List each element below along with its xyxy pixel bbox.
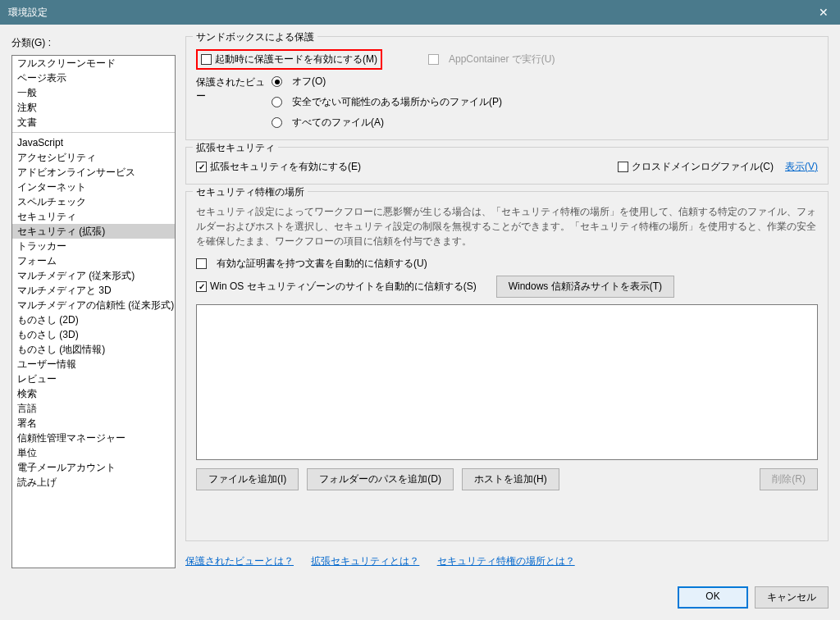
sidebar-item[interactable]: アドビオンラインサービス [12,165,175,180]
content-area: 分類(G) : フルスクリーンモードページ表示一般注釈文書JavaScriptア… [0,25,840,580]
trust-cert-checkbox[interactable] [196,258,207,269]
sidebar-item[interactable]: 単位 [12,445,175,460]
sidebar-item[interactable]: 言語 [12,401,175,416]
sidebar-item[interactable]: 検索 [12,386,175,401]
left-panel: 分類(G) : フルスクリーンモードページ表示一般注釈文書JavaScriptア… [11,36,176,568]
sidebar-item[interactable]: トラッカー [12,239,175,253]
protected-view-help-link[interactable]: 保護されたビューとは？ [185,555,294,567]
cancel-button[interactable]: キャンセル [755,586,829,609]
protected-view-unsafe-label: 安全でない可能性のある場所からのファイル(P) [292,95,502,109]
enhanced-security-label: 拡張セキュリティを有効にする(E) [210,160,361,174]
right-panel: サンドボックスによる保護 起動時に保護モードを有効にする(M) AppConta… [185,36,829,568]
sidebar-item[interactable]: セキュリティ [12,209,175,224]
enhanced-security-checkbox[interactable] [196,162,207,172]
sidebar-item[interactable]: 信頼性管理マネージャー [12,431,175,445]
sidebar-item[interactable]: マルチメディアの信頼性 (従来形式) [12,298,175,312]
crossdomain-log-checkbox[interactable] [618,162,628,172]
sidebar-item[interactable]: ページ表示 [12,71,175,85]
crossdomain-log-label: クロスドメインログファイル(C) [632,160,774,174]
sidebar-item[interactable]: セキュリティ (拡張) [12,224,175,239]
sidebar-item[interactable]: インターネット [12,180,175,194]
category-label: 分類(G) : [11,36,176,50]
protected-view-all-radio[interactable] [272,117,282,128]
sidebar-item[interactable]: 注釈 [12,100,175,115]
add-host-button[interactable]: ホストを追加(H) [462,468,559,490]
sidebar-item[interactable]: ものさし (3D) [12,327,175,342]
sidebar-item[interactable]: レビュー [12,372,175,386]
protected-view-off-label: オフ(O) [292,75,326,89]
add-folder-button[interactable]: フォルダーのパスを追加(D) [307,468,454,490]
sandbox-group-title: サンドボックスによる保護 [193,30,317,44]
separator [12,132,175,133]
trust-winos-checkbox[interactable] [196,281,207,292]
protected-mode-checkbox[interactable] [201,54,212,65]
sidebar-item[interactable]: マルチメディア (従来形式) [12,268,175,283]
sidebar-item[interactable]: 電子メールアカウント [12,460,175,475]
sidebar-item[interactable]: マルチメディアと 3D [12,283,175,298]
close-button[interactable]: ✕ [807,0,840,25]
sidebar-item[interactable]: 文書 [12,115,175,130]
sidebar-item[interactable]: 一般 [12,85,175,100]
privileged-locations-list[interactable] [196,304,818,460]
enhanced-security-help-link[interactable]: 拡張セキュリティとは？ [311,555,419,567]
protected-view-unsafe-radio[interactable] [272,97,282,107]
sidebar-item[interactable]: 読み上げ [12,475,175,490]
enhanced-group: 拡張セキュリティ 拡張セキュリティを有効にする(E) クロスドメインログファイル… [185,147,829,185]
protected-mode-label: 起動時に保護モードを有効にする(M) [215,52,377,66]
sidebar-item[interactable]: スペルチェック [12,194,175,209]
sidebar-item[interactable]: フォーム [12,253,175,268]
ok-button[interactable]: OK [678,586,748,609]
window-title: 環境設定 [8,6,48,20]
appcontainer-checkbox [428,54,439,65]
privileged-help-text: セキュリティ設定によってワークフローに悪影響が生じる場合は、「セキュリティ特権の… [196,204,818,248]
delete-button: 削除(R) [760,468,818,490]
sidebar-item[interactable]: 署名 [12,416,175,431]
protected-view-all-label: すべてのファイル(A) [292,116,384,130]
sidebar-item[interactable]: ユーザー情報 [12,357,175,372]
appcontainer-label: AppContainer で実行(U) [449,52,555,66]
trust-cert-label: 有効な証明書を持つ文書を自動的に信頼する(U) [217,257,427,271]
protected-mode-highlight: 起動時に保護モードを有効にする(M) [196,49,382,70]
titlebar: 環境設定 ✕ [0,0,840,25]
sidebar-item[interactable]: フルスクリーンモード [12,56,175,71]
enhanced-group-title: 拡張セキュリティ [193,141,278,155]
help-links-row: 保護されたビューとは？ 拡張セキュリティとは？ セキュリティ特権の場所とは？ [185,554,829,568]
show-log-link[interactable]: 表示(V) [785,160,818,174]
sidebar-item[interactable]: アクセシビリティ [12,150,175,165]
sidebar-item[interactable]: JavaScript [12,135,175,150]
sidebar-item[interactable]: ものさし (地図情報) [12,342,175,357]
sandbox-group: サンドボックスによる保護 起動時に保護モードを有効にする(M) AppConta… [185,36,829,140]
add-file-button[interactable]: ファイルを追加(I) [196,468,299,490]
protected-view-label: 保護されたビュー [196,75,272,103]
dialog-footer: OK キャンセル [0,580,840,620]
sidebar-item[interactable]: ものさし (2D) [12,312,175,327]
privileged-locations-help-link[interactable]: セキュリティ特権の場所とは？ [437,555,575,567]
privileged-group-title: セキュリティ特権の場所 [193,185,308,199]
category-list[interactable]: フルスクリーンモードページ表示一般注釈文書JavaScriptアクセシビリティア… [11,55,176,568]
trust-winos-label: Win OS セキュリティゾーンのサイトを自動的に信頼する(S) [210,280,477,294]
show-trusted-sites-button[interactable]: Windows 信頼済みサイトを表示(T) [496,276,674,298]
preferences-window: 環境設定 ✕ 分類(G) : フルスクリーンモードページ表示一般注釈文書Java… [0,0,840,620]
privileged-group: セキュリティ特権の場所 セキュリティ設定によってワークフローに悪影響が生じる場合… [185,191,829,541]
protected-view-off-radio[interactable] [272,76,282,87]
